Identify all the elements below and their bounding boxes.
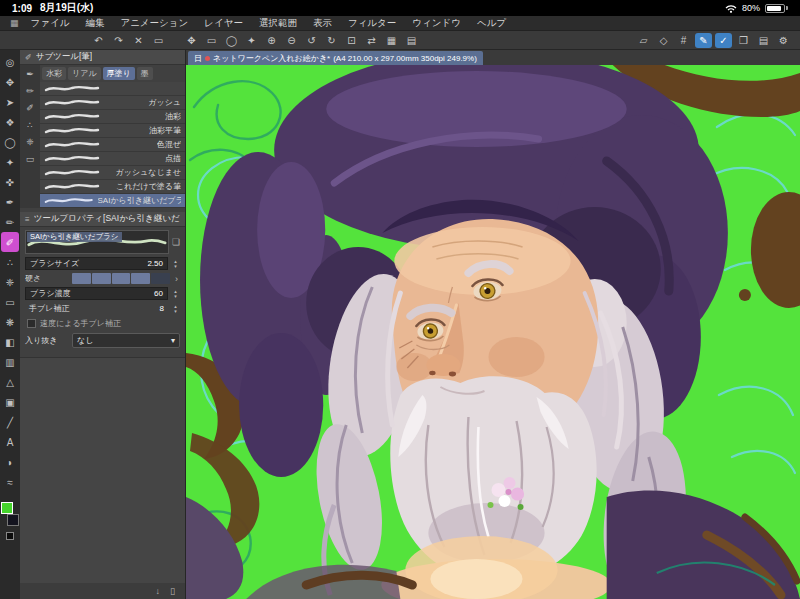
confirm-icon[interactable]: ✓ [715,33,732,48]
capture-icon[interactable]: ❐ [735,33,752,48]
brush-item[interactable] [40,82,185,96]
brush-size-stepper[interactable]: ▴ ▾ [171,259,180,269]
rotate-right-icon[interactable]: ↻ [323,33,340,48]
stylus-mode-icon[interactable]: ✎ [695,33,712,48]
pencil-tool-icon[interactable]: ✏ [1,212,19,232]
step-down-icon[interactable]: ▾ [174,309,177,314]
stabilization-field[interactable]: 手ブレ補正 8 [25,303,168,314]
brush-item[interactable]: 油彩平筆 [40,124,185,138]
auto-select-tool-icon[interactable]: ✦ [1,152,19,172]
balloon-tool-icon[interactable]: ◗ [1,452,19,472]
move-tool-icon[interactable]: ✥ [183,33,200,48]
fit-to-screen-icon[interactable]: ⊡ [343,33,360,48]
brush-density-slider[interactable]: ブラシ濃度 60 [25,287,168,300]
brush-group-tab[interactable]: 厚塗り [103,67,135,80]
menu-item[interactable]: アニメーション [112,17,196,30]
brush-tool-icon[interactable]: ✐ [1,232,19,252]
step-down-icon[interactable]: ▾ [174,264,177,269]
grid-icon[interactable]: ▦ [383,33,400,48]
canvas-tab[interactable]: 日 ネットワークペン入れお絵かき* (A4 210.00 x 297.00mm … [188,51,483,65]
hardness-segment[interactable] [112,273,131,284]
menu-item[interactable]: 選択範囲 [251,17,305,30]
hardness-segment[interactable] [131,273,150,284]
eyedropper-tool-icon[interactable]: ✜ [1,172,19,192]
stabilization-stepper[interactable]: ▴ ▾ [171,304,180,314]
airbrush-group-icon[interactable]: ∴ [27,120,33,130]
figure-tool-icon[interactable]: △ [1,372,19,392]
foreground-color-swatch[interactable] [1,502,13,514]
background-color-swatch[interactable] [7,514,19,526]
brush-group-tab[interactable]: リアル [68,67,101,80]
brush-preview[interactable]: SAIから引き継いだブラシ [25,230,169,254]
eraser-tool-icon[interactable]: ▭ [1,292,19,312]
fill-tool-icon[interactable]: ◧ [1,332,19,352]
selection-tool-icon[interactable]: ◯ [1,132,19,152]
trash-icon[interactable]: ▯ [170,586,175,596]
menu-item[interactable]: フィルター [340,17,404,30]
brush-item[interactable]: SAIから引き継いだブラシ [40,194,185,208]
register-subtool-icon[interactable]: ❏ [172,237,180,247]
blend-tool-icon[interactable]: ❋ [1,312,19,332]
pen-tool-icon[interactable]: ✒ [1,192,19,212]
brush-size-slider[interactable]: ブラシサイズ 2.50 [25,257,168,270]
undo-icon[interactable]: ↶ [90,33,107,48]
zoom-out-icon[interactable]: ⊖ [283,33,300,48]
ruler-tool-icon[interactable]: ╱ [1,412,19,432]
brush-group-tab[interactable]: 水彩 [42,67,66,80]
guide-icon[interactable]: # [675,33,692,48]
operation-tool-icon[interactable]: ➤ [1,92,19,112]
brush-item[interactable]: 色混ぜ [40,138,185,152]
brush-group-tab[interactable]: 墨 [137,67,153,80]
pen-group-icon[interactable]: ✒ [26,69,34,79]
marquee-select-icon[interactable]: ▭ [203,33,220,48]
menu-item[interactable]: レイヤー [196,17,251,30]
menu-item[interactable]: 編集 [77,17,112,30]
workspace-icon[interactable]: ▤ [755,33,772,48]
property-panel-header[interactable]: ≡ ツールプロパティ[SAIから引き継いだブ [20,212,185,227]
airbrush-tool-icon[interactable]: ∴ [1,252,19,272]
in-out-dropdown[interactable]: なし ▾ [72,333,180,348]
hardness-expand-icon[interactable]: › [173,274,180,284]
rotate-left-icon[interactable]: ↺ [303,33,320,48]
menu-item[interactable]: ウィンドウ [404,17,469,30]
app-grid-icon[interactable]: ▦ [10,18,19,28]
speed-stabilization-checkbox[interactable] [27,319,36,328]
move-canvas-tool-icon[interactable]: ✥ [1,72,19,92]
brush-item[interactable]: これだけで塗る筆 [40,180,185,194]
brush-item[interactable]: 油彩 [40,110,185,124]
deselect-icon[interactable]: ▭ [150,33,167,48]
hardness-segment[interactable] [92,273,111,284]
brush-group-icon[interactable]: ✐ [26,103,34,113]
frame-tool-icon[interactable]: ▣ [1,392,19,412]
brush-item[interactable]: 点描 [40,152,185,166]
zoom-tool-icon[interactable]: ◎ [1,52,19,72]
transparent-color-swatch[interactable] [6,532,14,540]
hardness-segment[interactable] [151,273,170,284]
eraser-group-icon[interactable]: ▭ [26,154,35,164]
menu-item[interactable]: ファイル [23,17,78,30]
lasso-select-icon[interactable]: ◯ [223,33,240,48]
decoration-tool-icon[interactable]: ❈ [1,272,19,292]
settings-icon[interactable]: ⚙ [775,33,792,48]
brush-item[interactable]: ガッシュ [40,96,185,110]
text-tool-icon[interactable]: A [1,432,19,452]
decoration-group-icon[interactable]: ❈ [26,137,34,147]
redo-icon[interactable]: ↷ [110,33,127,48]
step-down-icon[interactable]: ▾ [174,294,177,299]
menu-item[interactable]: ヘルプ [469,17,514,30]
gradient-tool-icon[interactable]: ▥ [1,352,19,372]
canvas-viewport[interactable] [186,65,800,599]
snap-special-ruler-icon[interactable]: ◇ [655,33,672,48]
canvas-artwork[interactable] [186,65,800,599]
brush-density-stepper[interactable]: ▴ ▾ [171,289,180,299]
snap-ruler-icon[interactable]: ▱ [635,33,652,48]
auto-select-icon[interactable]: ✦ [243,33,260,48]
line-correct-tool-icon[interactable]: ≈ [1,472,19,492]
layer-move-tool-icon[interactable]: ❖ [1,112,19,132]
subtool-panel-header[interactable]: ✐ サブツール[筆] [20,50,185,65]
hardness-slider[interactable] [72,273,170,284]
pencil-group-icon[interactable]: ✏ [26,86,34,96]
clear-icon[interactable]: ✕ [130,33,147,48]
brush-item[interactable]: ガッシュなじませ [40,166,185,180]
zoom-in-icon[interactable]: ⊕ [263,33,280,48]
